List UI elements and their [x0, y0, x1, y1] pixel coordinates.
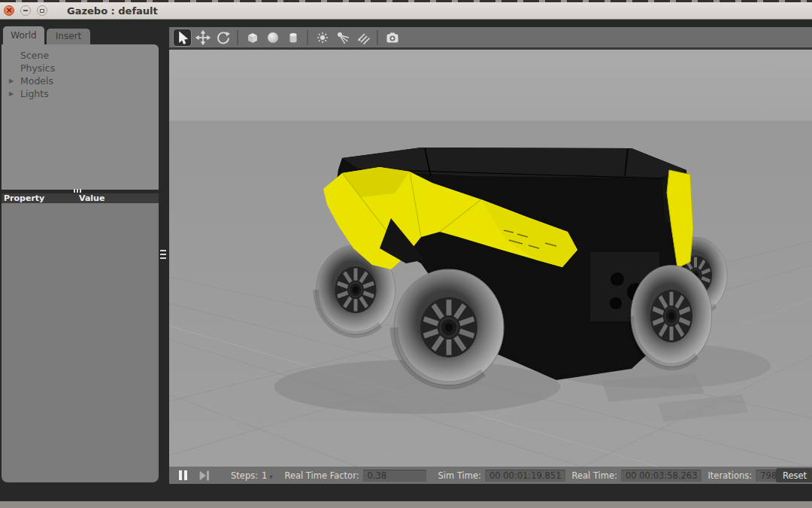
window-title: Gazebo : default	[67, 5, 158, 17]
pause-button[interactable]	[174, 469, 192, 482]
time-panel: Steps: 1 ▾ Real Time Factor: 0.38 Sim Ti…	[169, 467, 812, 484]
tool-rotate-button[interactable]	[214, 29, 232, 47]
expand-arrow-icon[interactable]: ▶	[9, 75, 14, 87]
minimize-icon[interactable]	[20, 5, 31, 16]
step-button[interactable]	[198, 469, 214, 482]
spot-light-icon	[335, 30, 350, 45]
tool-screenshot-button[interactable]	[383, 29, 401, 47]
expand-arrow-icon[interactable]: ▶	[9, 87, 14, 100]
tool-spot-light-button[interactable]	[333, 29, 352, 47]
toolbar-separator	[307, 30, 308, 45]
world-tree-panel: Scene Physics ▶ Models ▶ Lights	[2, 44, 159, 190]
titlebar[interactable]: × Gazebo : default	[0, 2, 812, 20]
step-icon	[198, 469, 211, 482]
translate-icon	[195, 30, 211, 45]
horizontal-splitter-grip[interactable]	[74, 189, 86, 193]
vertical-splitter-grip[interactable]	[160, 249, 166, 260]
pause-icon	[179, 470, 182, 480]
desktop-bottom-strip	[0, 501, 812, 508]
directional-light-icon	[356, 30, 371, 45]
tool-cylinder-button[interactable]	[283, 29, 302, 47]
tool-point-light-button[interactable]	[313, 29, 332, 47]
steps-label: Steps:	[231, 470, 258, 481]
steps-dropdown-icon[interactable]: ▾	[269, 473, 272, 480]
sky	[169, 50, 812, 120]
camera-icon	[385, 30, 400, 45]
tree-item-lights[interactable]: ▶ Lights	[2, 87, 159, 100]
tool-sphere-button[interactable]	[263, 29, 282, 47]
select-arrow-icon	[175, 30, 190, 45]
iterations-label: Iterations:	[707, 470, 752, 481]
render-toolbar	[169, 27, 812, 47]
tab-insert[interactable]: Insert	[47, 29, 90, 44]
sphere-icon	[265, 30, 280, 45]
property-table-body	[2, 203, 159, 482]
cylinder-icon	[286, 30, 301, 45]
reset-button[interactable]: Reset	[776, 468, 812, 482]
render-viewport[interactable]	[169, 50, 812, 467]
steps-value[interactable]: 1	[262, 470, 267, 481]
tool-directional-light-button[interactable]	[353, 29, 372, 47]
tab-world[interactable]: World	[3, 26, 44, 44]
tree-item-physics[interactable]: Physics	[2, 62, 159, 75]
tree-item-models[interactable]: ▶ Models	[2, 75, 159, 87]
close-icon[interactable]: ×	[4, 5, 14, 16]
rtf-field: 0.38	[363, 470, 426, 482]
tool-select-button[interactable]	[173, 29, 192, 47]
real-time-label: Real Time:	[571, 470, 617, 481]
property-column-header: Property	[4, 193, 44, 203]
toolbar-separator	[377, 30, 378, 45]
gazebo-window: × Gazebo : default World Insert Scene Ph…	[0, 0, 812, 508]
sim-time-field: 00 00:01:19.851	[485, 470, 566, 482]
tool-box-button[interactable]	[243, 29, 262, 47]
maximize-icon[interactable]	[37, 5, 47, 16]
point-light-icon	[315, 30, 330, 45]
robot-wheel-front-left[interactable]	[394, 269, 504, 385]
toolbar-separator	[237, 30, 238, 45]
value-column-header: Value	[79, 193, 105, 203]
rotate-icon	[216, 30, 231, 45]
real-time-field: 00 00:03:58.263	[621, 470, 702, 482]
robot-wheel-rear-right[interactable]	[631, 266, 712, 367]
tool-translate-button[interactable]	[193, 29, 212, 47]
tree-item-scene[interactable]: Scene	[2, 49, 159, 62]
box-icon	[245, 30, 260, 45]
sim-time-label: Sim Time:	[438, 470, 481, 481]
rtf-label: Real Time Factor:	[284, 470, 359, 481]
property-table-header: Property Value	[2, 193, 159, 203]
